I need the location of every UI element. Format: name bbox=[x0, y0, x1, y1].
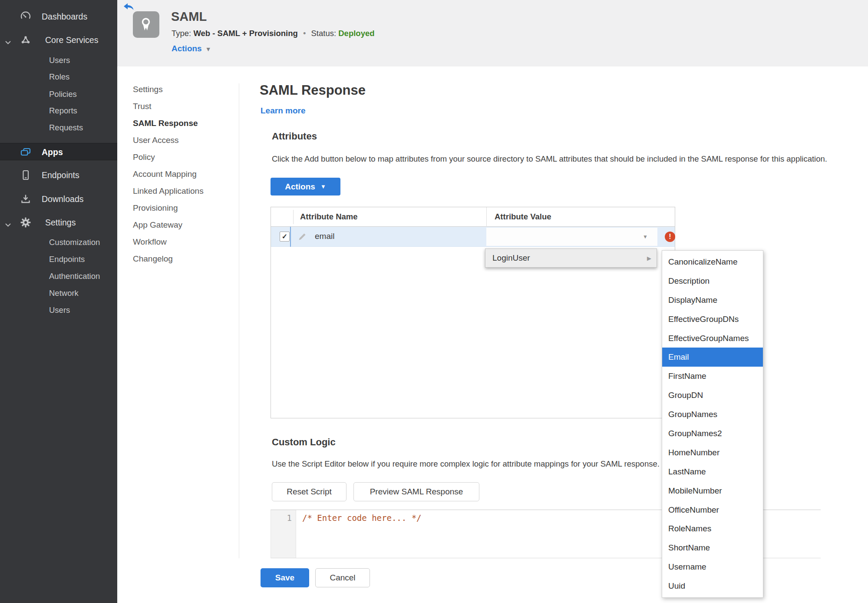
sidebar-item-dashboards[interactable]: Dashboards bbox=[0, 8, 117, 25]
exclamation-glyph: ! bbox=[669, 233, 671, 241]
attributes-table-header: Attribute Name Attribute Value bbox=[271, 207, 675, 227]
menu-item-label: LoginUser bbox=[492, 253, 530, 263]
tab-policy[interactable]: Policy bbox=[133, 149, 233, 166]
sidebar-subitem-label: Reports bbox=[49, 106, 77, 116]
learn-more-link[interactable]: Learn more bbox=[261, 106, 305, 116]
editor-line-number: 1 bbox=[271, 510, 296, 558]
submenu-item-canonicalizename[interactable]: CanonicalizeName bbox=[662, 252, 763, 272]
cancel-button[interactable]: Cancel bbox=[315, 568, 370, 587]
chevron-down-icon[interactable] bbox=[5, 221, 11, 229]
preview-saml-response-button[interactable]: Preview SAML Response bbox=[353, 482, 479, 501]
submenu-item-displayname[interactable]: DisplayName bbox=[662, 291, 763, 310]
sidebar-item-settings-endpoints[interactable]: Endpoints bbox=[0, 251, 117, 268]
value-submenu: CanonicalizeName Description DisplayName… bbox=[662, 250, 763, 598]
submenu-item-homenumber[interactable]: HomeNumber bbox=[662, 443, 763, 462]
caret-down-icon: ▼ bbox=[320, 183, 326, 190]
submenu-item-officenumber[interactable]: OfficeNumber bbox=[662, 500, 763, 520]
tab-saml-response[interactable]: SAML Response bbox=[133, 115, 233, 132]
sidebar-item-settings[interactable]: Settings bbox=[0, 214, 117, 231]
header-actions-label: Actions bbox=[172, 44, 202, 53]
type-label: Type: bbox=[172, 29, 191, 38]
value-menu-loginuser[interactable]: LoginUser ▶ bbox=[485, 248, 657, 268]
saml-app-icon bbox=[133, 11, 159, 38]
tab-linked-applications[interactable]: Linked Applications bbox=[133, 182, 233, 199]
sidebar-item-settings-users[interactable]: Users bbox=[0, 302, 117, 319]
sidebar: Dashboards Core Services Users Roles Pol… bbox=[0, 0, 117, 603]
app-type-status: Type: Web - SAML + Provisioning • Status… bbox=[172, 29, 375, 38]
sidebar-item-apps[interactable]: Apps bbox=[0, 143, 117, 160]
submenu-item-mobilenumber[interactable]: MobileNumber bbox=[662, 481, 763, 500]
app-section-nav: Settings Trust SAML Response User Access… bbox=[133, 81, 233, 267]
tab-provisioning[interactable]: Provisioning bbox=[133, 199, 233, 216]
header-actions-menu[interactable]: Actions▼ bbox=[172, 44, 211, 53]
reset-script-button[interactable]: Reset Script bbox=[272, 482, 347, 501]
sidebar-item-policies[interactable]: Policies bbox=[0, 86, 117, 103]
submenu-item-description[interactable]: Description bbox=[662, 272, 763, 291]
tab-workflow[interactable]: Workflow bbox=[133, 233, 233, 250]
sidebar-item-authentication[interactable]: Authentication bbox=[0, 268, 117, 285]
gauge-icon bbox=[20, 11, 31, 22]
status-label: Status: bbox=[311, 29, 337, 38]
actions-button-label: Actions bbox=[285, 182, 315, 192]
save-button[interactable]: Save bbox=[261, 568, 309, 587]
cell-focus-indicator bbox=[290, 227, 291, 247]
sidebar-item-users[interactable]: Users bbox=[0, 52, 117, 69]
nav-content-divider bbox=[239, 83, 239, 558]
download-icon bbox=[20, 193, 31, 205]
attributes-actions-button[interactable]: Actions▼ bbox=[271, 178, 340, 195]
tab-trust[interactable]: Trust bbox=[133, 98, 233, 115]
tab-changelog[interactable]: Changelog bbox=[133, 250, 233, 267]
submenu-item-rolenames[interactable]: RoleNames bbox=[662, 519, 763, 538]
apps-icon bbox=[20, 146, 31, 158]
submenu-item-groupnames[interactable]: GroupNames bbox=[662, 405, 763, 424]
sidebar-subitem-label: Policies bbox=[49, 89, 77, 99]
row-checkbox[interactable]: ✓ bbox=[280, 232, 290, 242]
type-value: Web - SAML + Provisioning bbox=[193, 29, 297, 38]
sidebar-subitem-label: Users bbox=[49, 56, 70, 65]
app-header: SAML Type: Web - SAML + Provisioning • S… bbox=[117, 0, 868, 66]
column-header-attribute-value: Attribute Value bbox=[495, 212, 551, 222]
attribute-name-cell: email bbox=[315, 232, 334, 241]
table-row-email[interactable]: ✓ email ▼ ! bbox=[271, 227, 675, 247]
sidebar-item-customization[interactable]: Customization bbox=[0, 234, 117, 251]
tab-app-gateway[interactable]: App Gateway bbox=[133, 216, 233, 233]
edit-pencil-icon[interactable] bbox=[298, 232, 307, 243]
back-icon[interactable] bbox=[123, 2, 134, 12]
sidebar-item-roles[interactable]: Roles bbox=[0, 68, 117, 86]
sidebar-subitem-label: Users bbox=[49, 305, 70, 315]
submenu-item-effectivegroupnames[interactable]: EffectiveGroupNames bbox=[662, 329, 763, 348]
submenu-item-effectivegroupdns[interactable]: EffectiveGroupDNs bbox=[662, 310, 763, 329]
attribute-value-dropdown[interactable]: ▼ bbox=[486, 228, 657, 246]
app-title: SAML bbox=[171, 10, 207, 24]
caret-down-icon: ▼ bbox=[205, 46, 211, 53]
sidebar-item-requests[interactable]: Requests bbox=[0, 119, 117, 136]
sidebar-item-label: Endpoints bbox=[42, 170, 79, 180]
submenu-arrow-icon: ▶ bbox=[647, 255, 651, 262]
sidebar-item-network[interactable]: Network bbox=[0, 285, 117, 302]
sidebar-item-label: Settings bbox=[45, 218, 76, 228]
chevron-down-icon[interactable] bbox=[5, 38, 11, 46]
submenu-item-firstname[interactable]: FirstName bbox=[662, 367, 763, 386]
submenu-item-shortname[interactable]: ShortName bbox=[662, 538, 763, 557]
submenu-item-lastname[interactable]: LastName bbox=[662, 462, 763, 481]
phone-icon bbox=[20, 169, 31, 181]
tab-account-mapping[interactable]: Account Mapping bbox=[133, 166, 233, 182]
tab-settings[interactable]: Settings bbox=[133, 81, 233, 98]
sidebar-item-core-services[interactable]: Core Services bbox=[0, 31, 117, 49]
attributes-heading: Attributes bbox=[272, 131, 317, 142]
error-icon: ! bbox=[665, 232, 675, 242]
submenu-item-username[interactable]: Username bbox=[662, 557, 763, 576]
sidebar-item-label: Apps bbox=[42, 147, 63, 157]
submenu-item-email[interactable]: Email bbox=[662, 348, 763, 367]
sidebar-item-reports[interactable]: Reports bbox=[0, 102, 117, 119]
sidebar-subitem-label: Customization bbox=[49, 238, 100, 247]
sidebar-subitem-label: Authentication bbox=[49, 272, 100, 281]
submenu-item-uuid[interactable]: Uuid bbox=[662, 576, 763, 596]
sidebar-subitem-label: Network bbox=[49, 288, 79, 298]
sidebar-item-endpoints[interactable]: Endpoints bbox=[0, 166, 117, 184]
submenu-item-groupnames2[interactable]: GroupNames2 bbox=[662, 424, 763, 443]
column-divider bbox=[486, 207, 487, 227]
submenu-item-groupdn[interactable]: GroupDN bbox=[662, 386, 763, 405]
sidebar-item-downloads[interactable]: Downloads bbox=[0, 190, 117, 208]
tab-user-access[interactable]: User Access bbox=[133, 132, 233, 149]
